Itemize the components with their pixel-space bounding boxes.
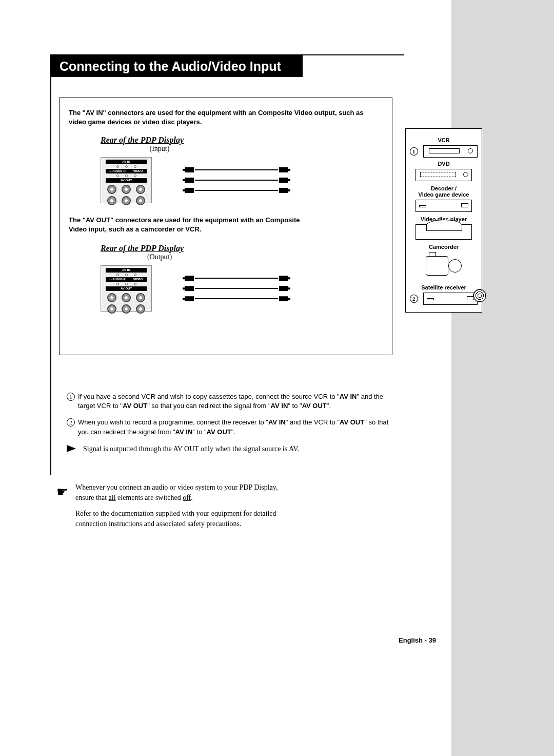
diagram-output: AV IN L-AUDIO-R VIDEO AV OUT: [101, 265, 383, 312]
tip-block: ☛ Whenever you connect an audio or video…: [56, 482, 292, 534]
tip-paragraph-2: Refer to the documentation supplied with…: [75, 509, 292, 530]
dvd-icon: [416, 169, 472, 181]
n1-bold-h: AV OUT: [302, 402, 327, 410]
panel-avout-label: AV OUT: [106, 178, 147, 183]
panel-avin-label: AV IN: [106, 160, 147, 164]
n2-bold-d: AV OUT: [340, 418, 364, 426]
dish-icon: [473, 289, 486, 302]
n1-text-e: " so that you can redirect the signal fr…: [147, 402, 270, 410]
panel-audio-text: L-AUDIO-R: [110, 169, 126, 173]
n1-bold-b: AV IN: [340, 393, 357, 400]
tip1-c: elements are switched: [116, 494, 183, 501]
note-1: 1 If you have a second VCR and wish to c…: [67, 392, 390, 411]
panel-avout-label-2: AV OUT: [106, 286, 147, 291]
diagram-input: AV IN L-AUDIO-R VIDEO AV OUT: [101, 157, 383, 203]
note-2: 2 When you wish to record a programme, c…: [67, 418, 390, 436]
satellite-icon: [423, 293, 478, 305]
n2-bold-b: AV IN: [268, 418, 286, 426]
page-title: Connecting to the Audio/Video Input: [51, 55, 303, 77]
panel-audio-label-2: L-AUDIO-R VIDEO: [106, 277, 147, 282]
panel-avin-label-2: AV IN: [106, 268, 147, 273]
n1-bold-d: AV OUT: [123, 402, 147, 410]
rear-panel-input: AV IN L-AUDIO-R VIDEO AV OUT: [101, 157, 152, 203]
disc-player-icon: [416, 224, 472, 240]
n1-text-i: ".: [327, 402, 331, 410]
section-heading-output: Rear of the PDP Display: [101, 244, 383, 253]
main-content-box: The "AV IN" connectors are used for the …: [59, 98, 392, 355]
triangle-icon: [67, 445, 76, 452]
dev-decoder-label: Decoder / Video game device: [410, 185, 478, 198]
hand-pointer-icon: ☛: [56, 482, 68, 534]
n1-text-a: If you have a second VCR and wish to cop…: [78, 393, 340, 400]
tip1-d: off: [183, 494, 191, 501]
n2-bold-h: AV OUT: [207, 428, 231, 436]
notes-section: 1 If you have a second VCR and wish to c…: [67, 392, 390, 454]
triangle-text: Signal is outputted through the AV OUT o…: [83, 444, 299, 454]
rear-panel-output: AV IN L-AUDIO-R VIDEO AV OUT: [101, 265, 152, 312]
dev-cam-label: Camcorder: [410, 244, 478, 250]
circled-1-icon: 1: [410, 147, 418, 156]
cables-output: [183, 276, 290, 301]
dev-dvd-label: DVD: [410, 161, 478, 167]
cables-input: [183, 167, 290, 193]
n1-bold-f: AV IN: [271, 402, 288, 410]
device-column: VCR 1 DVD Decoder / Video game device Vi…: [405, 128, 482, 313]
n2-text-g: " to ": [192, 428, 206, 436]
circled-2-icon: 2: [410, 295, 418, 303]
n2-bold-f: AV IN: [175, 428, 193, 436]
tip-paragraph-1: Whenever you connect an audio or video s…: [75, 482, 292, 503]
panel-video-text: VIDEO: [133, 169, 143, 173]
page-footer: English - 39: [399, 636, 436, 644]
section-heading-input: Rear of the PDP Display: [101, 135, 383, 145]
panel-video-text-2: VIDEO: [133, 277, 143, 282]
decoder-icon: [416, 200, 472, 212]
mid-text: The "AV OUT" connectors are used for the…: [69, 216, 310, 234]
note-triangle: Signal is outputted through the AV OUT o…: [67, 444, 390, 454]
panel-audio-text-2: L-AUDIO-R: [110, 277, 126, 282]
dev-game-text: Video game device: [419, 191, 469, 198]
dev-vcr-label: VCR: [410, 137, 478, 143]
tip1-e: .: [191, 494, 193, 501]
note-1-number-icon: 1: [67, 393, 75, 401]
n2-text-c: " and the VCR to ": [286, 418, 340, 426]
camcorder-icon: [426, 252, 462, 280]
tip1-b: all: [109, 494, 116, 501]
page-sidebar: [451, 0, 554, 756]
panel-audio-label: L-AUDIO-R VIDEO: [106, 169, 147, 173]
n1-text-g: " to ": [288, 402, 302, 410]
dev-sat-label: Satellite receiver: [410, 284, 478, 290]
dev-decoder-text: Decoder /: [431, 185, 457, 191]
intro-text: The "AV IN" connectors are used for the …: [69, 108, 383, 126]
section-sublabel-output: (Output): [101, 253, 219, 261]
section-sublabel-input: (Input): [101, 145, 219, 153]
n2-text-i: ".: [231, 428, 235, 436]
vcr-icon: [423, 145, 478, 158]
n2-text-a: When you wish to record a programme, con…: [78, 418, 268, 426]
note-2-number-icon: 2: [67, 418, 75, 427]
